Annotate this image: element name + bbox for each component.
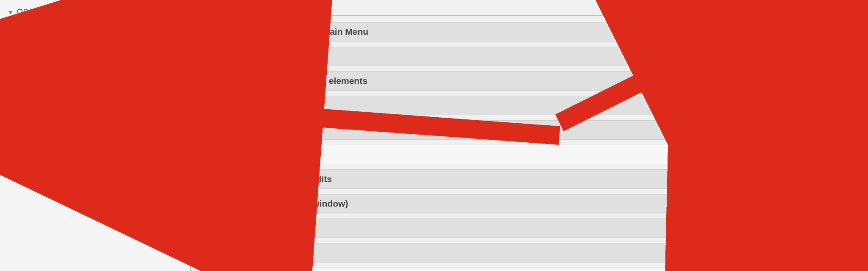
event-sheet-body[interactable]: 1▶On start of Layout Main Menu4▶SDK and … [191,16,746,271]
init-on-load-label: Initialize On Load [0,114,97,124]
event-row[interactable]: 38▶Button Reset [199,120,737,140]
tree-label: Start_Window [783,93,833,102]
event-group[interactable]: ▶Languages [225,243,737,263]
event-row[interactable]: 119▶Languages [199,243,737,263]
event-row[interactable]: 82▶Button Close Credits [199,169,737,189]
event-label: Location of window elements [243,76,367,86]
tree-label: Game_Background [783,63,853,72]
caret-down-icon: ▼ [752,49,758,55]
event-row[interactable]: 17▶Location of window elements [199,71,737,91]
event-sheet-panel: ES_START_WINDOW ✕ 1▶On start of Layout M… [191,0,747,271]
tree-item-text_info_1[interactable]: TText_INFO_1 [747,182,868,197]
event-group[interactable]: ▶SDK and Different [225,47,737,66]
event-group[interactable]: ▶Button Close Credits [225,169,737,189]
caret-right-icon: ▶ [762,94,768,101]
mouse-icon: 🖱 [782,169,790,179]
close-icon[interactable]: ✕ [285,4,290,12]
object-type-properties-header[interactable]: ▼ OBJECT TYPE PROPERTIES [0,4,190,20]
line-number: 96 [199,199,225,209]
tree-item-touch[interactable]: ☝Touch [747,212,868,227]
tree-item-levels[interactable]: ▶Levels [747,75,868,90]
line-number: 17 [199,76,225,86]
caret-right-icon: ▶ [233,53,237,60]
line-number: 54 [199,150,225,160]
tree-label: Families [783,230,813,240]
plugin-label: Plugin [0,44,97,54]
tree-item-game_background[interactable]: ▶Game_Background [747,60,868,75]
folder-open-icon [761,18,770,25]
section-title: PROPERTIES [17,61,68,70]
properties-header[interactable]: ▼ PROPERTIES [0,58,190,74]
custom-cdn-field[interactable] [97,93,206,108]
custom-cdn-label: Custom CDN URL [0,96,97,105]
event-group[interactable]: ▶Button Play [225,96,737,115]
line-number: 38 [199,125,225,135]
event-row[interactable]: ▶Button Play [199,96,737,115]
event-label: Music [243,223,269,233]
event-group[interactable]: ▶Music [225,218,737,238]
event-label: Button Credits [243,149,305,160]
caret-right-icon: ▶ [233,176,237,183]
tree-item-audio[interactable]: 🔊Audio [747,121,868,136]
tree-item-browser[interactable]: 🌐Browser [747,136,868,151]
caret-right-icon: ▶ [233,102,237,109]
timelines-folder[interactable]: ▶ Timelines [747,243,868,258]
tree-label: Text_INFO_1 [792,185,840,194]
event-group[interactable]: ▶On start of Layout Main Menu [225,22,737,41]
families-folder[interactable]: ▶ Families [747,227,868,243]
scripts-folder[interactable]: ▼ Scripts [747,14,868,29]
caret-right-icon: ▶ [233,28,237,35]
scrollbar[interactable] [739,41,744,177]
event-label: Every tick (start window) [243,199,348,209]
line-number: 1 [199,27,225,37]
event-row[interactable]: 4▶SDK and Different [199,47,737,66]
event-group[interactable]: ▶Button Reset [225,120,737,140]
event-group[interactable]: ▶Location of window elements [225,71,737,91]
name-field[interactable] [97,22,206,38]
tree-label: instant-games-br [782,32,847,41]
plugin-value: InstantGamesBridge [97,43,182,55]
event-group[interactable]: ▶Every tick (start window) [225,194,737,213]
audio-icon: 🔊 [782,123,792,133]
event-label: SDK and Different [243,51,320,61]
caret-right-icon: ▶ [762,64,768,71]
event-row[interactable]: 96▶Every tick (start window) [199,194,737,213]
load-sdk-checkbox[interactable] [97,76,107,86]
folder-open-icon [761,49,770,55]
event-label: Button Play [243,100,293,111]
event-row[interactable]: 1▶On start of Layout Main Menu [199,22,737,41]
object-types-folder[interactable]: ▼ Object types [747,44,868,60]
tree-item-start_window[interactable]: ▶Start_Window [747,90,868,105]
properties-panel: ▼ OBJECT TYPE PROPERTIES Name Plugin Ins… [0,0,191,271]
event-row[interactable]: 103▶Music [199,218,737,238]
event-row[interactable]: 54▶Button Credits [199,145,737,164]
folder-icon [771,232,780,238]
caret-right-icon: ▶ [233,127,237,133]
folder-icon [771,79,780,86]
tree-item-mouse[interactable]: 🖱Mouse [747,166,868,182]
caret-right-icon: ▶ [233,225,237,232]
tree-item-weapon[interactable]: ▶Weapon [747,105,868,121]
help-button[interactable]: Help [97,130,182,144]
caret-right-icon: ▶ [233,249,237,256]
search-label: Search [747,2,868,14]
project-panel: Search ▼ Scripts instant-games-br ▼ Obje… [747,0,868,271]
file-icon [771,33,778,41]
project-tree: ▼ Scripts instant-games-br ▼ Object type… [747,14,868,258]
caret-down-icon: ▼ [8,9,14,16]
init-on-load-checkbox[interactable] [97,113,107,122]
folder-icon [771,64,780,71]
tree-label: Mouse [793,169,818,179]
script-file[interactable]: instant-games-br [747,29,868,44]
tree-item-instantgamesbridg[interactable]: ||InstantGamesBridg [747,151,868,166]
tab-es-start-window[interactable]: ES_START_WINDOW ✕ [193,0,297,15]
caret-right-icon: ▶ [762,232,768,238]
tree-item-text_info_2[interactable]: TText_INFO_2 [747,197,868,212]
tree-label: InstantGamesBridg [795,154,864,163]
plugin-icon: || [782,154,792,164]
event-group[interactable]: ▶Button Credits [225,145,737,164]
tab-label: ES_START_WINDOW [200,3,281,13]
event-label: Button Close Credits [243,174,332,184]
tree-label: Timelines [783,246,818,255]
on-function-row[interactable]: ⟳ On function [225,268,737,271]
